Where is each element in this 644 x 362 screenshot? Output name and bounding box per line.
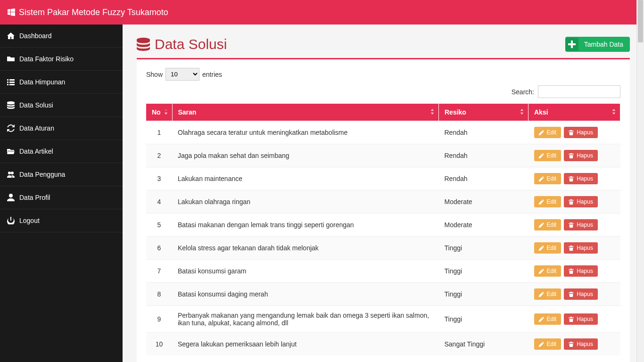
- main-content: Data Solusi Tambah Data Show 10 entries …: [123, 25, 644, 362]
- edit-button[interactable]: Edit: [534, 150, 561, 161]
- length-select[interactable]: 10: [165, 68, 199, 81]
- database-icon: [7, 101, 15, 109]
- delete-button[interactable]: Hapus: [564, 265, 598, 277]
- delete-button[interactable]: Hapus: [564, 242, 598, 254]
- col-header-no[interactable]: No: [146, 104, 172, 121]
- trash-icon: [569, 269, 574, 274]
- table-row: 10Segera lakukan pemeriksaan lebih lanju…: [146, 333, 620, 356]
- edit-button[interactable]: Edit: [534, 196, 561, 207]
- cell-resiko: Tinggi: [439, 237, 528, 260]
- delete-button[interactable]: Hapus: [564, 150, 598, 161]
- edit-button[interactable]: Edit: [534, 338, 561, 350]
- sidebar-item-data-himpunan[interactable]: Data Himpunan: [0, 71, 123, 94]
- folder-icon: [7, 55, 15, 63]
- add-data-button[interactable]: Tambah Data: [565, 37, 630, 52]
- sidebar-item-label: Data Pengguna: [19, 171, 65, 178]
- edit-icon: [539, 269, 544, 274]
- show-label: Show: [146, 71, 163, 78]
- sidebar-item-label: Data Artikel: [19, 148, 53, 155]
- sidebar: DashboardData Faktor RisikoData Himpunan…: [0, 25, 123, 362]
- trash-icon: [569, 222, 574, 228]
- edit-button[interactable]: Edit: [534, 288, 561, 300]
- sidebar-item-label: Logout: [19, 217, 40, 224]
- sidebar-item-label: Dashboard: [19, 32, 52, 40]
- table-row: 4Lakukan olahraga ringanModerate Edit Ha…: [146, 190, 620, 214]
- delete-button[interactable]: Hapus: [564, 173, 598, 184]
- cell-resiko: Rendah: [439, 144, 528, 167]
- edit-button[interactable]: Edit: [534, 265, 561, 277]
- edit-button[interactable]: Edit: [534, 242, 561, 254]
- sidebar-item-data-pengguna[interactable]: Data Pengguna: [0, 163, 123, 186]
- cell-resiko: Rendah: [439, 121, 528, 144]
- trash-icon: [569, 342, 574, 347]
- search-label: Search:: [512, 88, 534, 96]
- sort-icon: [611, 109, 616, 115]
- data-table: No Saran Resiko Aksi 1Olahraga secara te…: [146, 104, 620, 355]
- delete-button[interactable]: Hapus: [564, 288, 598, 300]
- delete-button[interactable]: Hapus: [564, 219, 598, 230]
- scrollbar-thumb[interactable]: [638, 0, 643, 42]
- brand-text: Sistem Pakar Metode Fuzzy Tsukamoto: [19, 8, 168, 17]
- edit-icon: [539, 246, 544, 251]
- sidebar-item-data-solusi[interactable]: Data Solusi: [0, 94, 123, 117]
- users-icon: [7, 171, 15, 178]
- table-row: 6Kelola stress agar tekanan darah tidak …: [146, 237, 620, 260]
- folder-open-icon: [7, 148, 15, 155]
- cell-resiko: Tinggi: [439, 283, 528, 306]
- sidebar-item-data-aturan[interactable]: Data Aturan: [0, 117, 123, 140]
- cell-resiko: Tinggi: [439, 260, 528, 283]
- edit-icon: [539, 222, 544, 228]
- trash-icon: [569, 130, 574, 135]
- page-title: Data Solusi: [137, 36, 227, 52]
- edit-button[interactable]: Edit: [534, 173, 561, 184]
- search-input[interactable]: [538, 85, 620, 98]
- trash-icon: [569, 292, 574, 297]
- sidebar-item-data-artikel[interactable]: Data Artikel: [0, 140, 123, 163]
- sidebar-item-logout[interactable]: Logout: [0, 209, 123, 232]
- delete-button[interactable]: Hapus: [564, 338, 598, 350]
- cell-resiko: Tinggi: [439, 306, 528, 333]
- table-row: 2Jaga pola makan sehat dan seimbangRenda…: [146, 144, 620, 167]
- sidebar-item-data-faktor-risiko[interactable]: Data Faktor Risiko: [0, 48, 123, 71]
- delete-button[interactable]: Hapus: [564, 313, 598, 325]
- delete-button[interactable]: Hapus: [564, 127, 598, 138]
- edit-icon: [539, 153, 544, 158]
- sort-icon: [520, 109, 524, 115]
- windows-icon: [8, 8, 15, 16]
- table-row: 8Batasi konsumsi daging merahTinggi Edit…: [146, 283, 620, 306]
- edit-icon: [539, 342, 544, 347]
- brand[interactable]: Sistem Pakar Metode Fuzzy Tsukamoto: [8, 8, 168, 17]
- scrollbar[interactable]: [636, 0, 644, 362]
- sidebar-item-data-profil[interactable]: Data Profil: [0, 186, 123, 209]
- col-header-aksi[interactable]: Aksi: [528, 104, 620, 121]
- data-panel: Show 10 entries Search: No Saran Resiko …: [137, 58, 630, 362]
- sidebar-item-label: Data Aturan: [19, 124, 54, 132]
- cell-saran: Segera lakukan pemeriksaan lebih lanjut: [172, 333, 439, 356]
- power-icon: [7, 217, 15, 224]
- sidebar-item-dashboard[interactable]: Dashboard: [0, 25, 123, 48]
- edit-button[interactable]: Edit: [534, 313, 561, 325]
- database-icon: [137, 38, 150, 51]
- cell-no: 10: [146, 333, 172, 356]
- entries-label: entries: [202, 71, 222, 78]
- cell-saran: Perbanyak makanan yang mengandung lemak …: [172, 306, 439, 333]
- cell-saran: Kelola stress agar tekanan darah tidak m…: [172, 237, 439, 260]
- trash-icon: [569, 199, 574, 205]
- table-row: 1Olahraga secara teratur untuk meningkat…: [146, 121, 620, 144]
- edit-icon: [539, 199, 544, 205]
- user-icon: [7, 194, 15, 201]
- trash-icon: [569, 176, 574, 181]
- edit-icon: [539, 130, 544, 135]
- refresh-icon: [7, 124, 15, 132]
- sort-icon: [430, 109, 435, 115]
- sidebar-item-label: Data Profil: [19, 194, 50, 201]
- edit-button[interactable]: Edit: [534, 127, 561, 138]
- delete-button[interactable]: Hapus: [564, 196, 598, 207]
- edit-button[interactable]: Edit: [534, 219, 561, 230]
- table-row: 5Batasi makanan dengan lemak trans tingg…: [146, 214, 620, 237]
- col-header-saran[interactable]: Saran: [172, 104, 439, 121]
- col-header-resiko[interactable]: Resiko: [439, 104, 528, 121]
- cell-resiko: Moderate: [439, 190, 528, 214]
- cell-no: 8: [146, 283, 172, 306]
- sidebar-item-label: Data Faktor Risiko: [19, 55, 74, 63]
